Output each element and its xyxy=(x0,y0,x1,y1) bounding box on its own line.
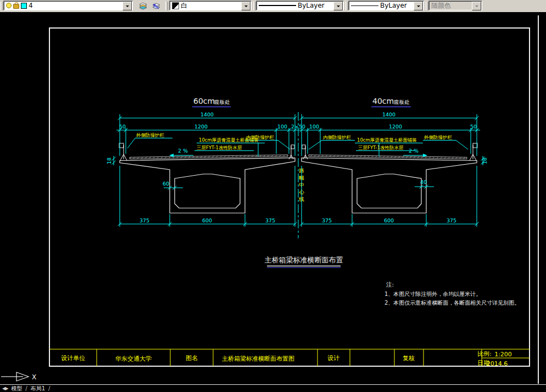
slope-label-right: 2 % xyxy=(409,148,419,154)
leader-line xyxy=(456,141,468,150)
leader-line xyxy=(127,138,135,149)
chevron-down-icon xyxy=(417,5,420,9)
toolbar-grip[interactable] xyxy=(165,2,168,10)
notes: 注: 1、本图尺寸除注明外，余均以厘米计。 2、本图仅示意标准横断面，各断面相关… xyxy=(385,281,520,306)
lineweight-combo[interactable]: ByLayer xyxy=(348,1,424,10)
chevron-down-icon xyxy=(337,5,340,9)
dim-center-pair: 2×50 xyxy=(291,124,305,130)
dim-1200-left: 1200 xyxy=(194,124,208,130)
lineweight-combo-arrow[interactable] xyxy=(414,2,423,10)
section-left-size: 60cm xyxy=(193,97,215,105)
right-inner-barrier xyxy=(302,145,308,159)
dim-50-right: 50 xyxy=(470,124,477,130)
layers-icon xyxy=(138,2,148,10)
scale-value: 1:200 xyxy=(494,351,512,358)
layer-combo-arrow[interactable] xyxy=(122,2,132,10)
plot-style-value: 随颜色 xyxy=(431,1,451,10)
top-toolbar: 4 白 ByLayer ByLayer 随颜色 xyxy=(0,0,546,13)
dim-web-right: 40 xyxy=(420,179,427,185)
ucs-x-label: X xyxy=(32,373,36,381)
layers-manager-button[interactable] xyxy=(136,0,149,12)
label-pavement-right: 10cm厚沥青混凝土桥面铺装 xyxy=(357,137,417,143)
linetype-line-icon xyxy=(259,5,296,6)
dim-100-right: 100 xyxy=(309,124,319,130)
label-waterproof-right: 三层FYT-1改性防水层 xyxy=(358,145,404,150)
color-value: 白 xyxy=(181,1,187,10)
section-right-suffix: 腹板处 xyxy=(394,99,410,105)
plot-style-combo: 随颜色 xyxy=(428,1,482,10)
tab-model[interactable]: 模型 xyxy=(11,385,22,392)
drawing-title-group: 主桥箱梁标准横断面布置 xyxy=(265,256,343,268)
label-inner-barrier-right: 内侧防撞护栏 xyxy=(323,135,352,140)
lineweight-line-icon xyxy=(351,5,378,6)
left-girder-cell xyxy=(175,174,240,208)
layer-on-bulb-icon xyxy=(6,3,12,8)
date-value: 2014.6 xyxy=(487,360,508,367)
drawing-title: 主桥箱梁标准横断面布置 xyxy=(265,256,343,264)
dim-50-left: 50 xyxy=(119,124,126,130)
cad-drawing: 路幅中心线 1400 xyxy=(0,12,546,384)
tab-separator: / xyxy=(25,385,27,391)
scale-label: 比例: xyxy=(477,350,492,357)
title-block: 设计单位 华东交通大学 图名 主桥箱梁标准横断面布置图 设计 复核 比例: 1:… xyxy=(49,349,530,367)
right-girder-cell xyxy=(357,174,421,208)
tab-nav-icon[interactable]: ◀▶ xyxy=(2,386,8,391)
leader-line xyxy=(278,141,290,150)
dim-bottom-right-3: 375 xyxy=(447,217,456,223)
section-right-size: 40cm xyxy=(372,97,394,105)
dim-overall-left: 1400 xyxy=(200,111,214,117)
left-inner-barrier xyxy=(289,145,294,159)
dim-bottom-right-2: 600 xyxy=(384,217,394,223)
layer-combo[interactable]: 4 xyxy=(3,1,133,10)
note-line-1: 1、本图尺寸除注明外，余均以厘米计。 xyxy=(385,291,481,297)
design-unit-label: 设计单位 xyxy=(61,355,85,362)
dim-bottom-left-3: 375 xyxy=(265,217,275,223)
linetype-combo[interactable]: ByLayer xyxy=(256,1,344,10)
dim-overall-right: 1400 xyxy=(382,111,395,117)
linetype-combo-arrow[interactable] xyxy=(333,2,343,10)
current-color-icon xyxy=(172,2,179,9)
dim-bottom-left-1: 375 xyxy=(140,217,149,223)
layer-color-swatch xyxy=(21,3,27,9)
drawing-canvas[interactable]: 路幅中心线 1400 xyxy=(0,12,546,384)
color-combo[interactable]: 白 xyxy=(169,1,252,10)
ucs-icon: X xyxy=(1,372,36,381)
layer-lock-icon xyxy=(13,4,19,9)
dim-bottom-right-1: 375 xyxy=(322,217,332,223)
lineweight-value: ByLayer xyxy=(380,2,407,9)
notes-header: 注: xyxy=(386,281,394,288)
dimension-texts: 1400 1400 50 1200 100 2×50 100 1200 50 6… xyxy=(106,111,488,223)
dim-1200-right: 1200 xyxy=(389,124,402,130)
designer-label: 设计 xyxy=(327,355,339,362)
drawing-name-label: 图名 xyxy=(186,355,198,362)
section-titles: 60cm 腹板处 40cm 腹板处 xyxy=(192,97,411,107)
right-girder-outline xyxy=(302,158,477,214)
plot-style-combo-arrow xyxy=(472,2,481,10)
dim-bottom-left-2: 600 xyxy=(202,217,212,223)
layer-previous-button[interactable] xyxy=(149,0,163,12)
chevron-down-icon xyxy=(126,5,129,9)
slope-label-left: 2 % xyxy=(178,148,188,154)
dim-web-left: 60 xyxy=(163,181,169,187)
linetype-value: ByLayer xyxy=(298,2,325,9)
chevron-down-icon xyxy=(475,5,478,9)
color-combo-arrow[interactable] xyxy=(241,2,250,10)
label-outer-barrier-right: 外侧防撞护栏 xyxy=(424,135,453,140)
label-outer-barrier-left: 外侧防撞护栏 xyxy=(136,132,165,138)
label-waterproof-left: 三层FYT-1改性防水层 xyxy=(197,145,242,150)
drawing-name-value: 主桥箱梁标准横断面布置图 xyxy=(222,355,294,362)
note-line-2: 2、本图仅示意标准横断面，各断面相关尺寸详见别图。 xyxy=(385,300,520,306)
dim-edge-left: 18 xyxy=(106,158,112,164)
sheet-frame xyxy=(49,28,530,366)
label-inner-barrier-left: 内侧防撞护栏 xyxy=(246,135,275,140)
layer-previous-icon xyxy=(152,2,161,10)
layer-name: 4 xyxy=(29,2,33,9)
leader-line xyxy=(309,141,322,150)
layout-tab-bar: ◀▶ 模型 / 布局1 / xyxy=(0,384,546,392)
chevron-down-icon xyxy=(244,5,248,9)
left-girder-outline xyxy=(120,158,295,214)
dim-edge-right: 18 xyxy=(482,158,488,164)
tab-layout1[interactable]: 布局1 xyxy=(31,385,45,392)
checker-label: 复核 xyxy=(403,355,415,362)
dim-100-left: 100 xyxy=(277,124,287,130)
